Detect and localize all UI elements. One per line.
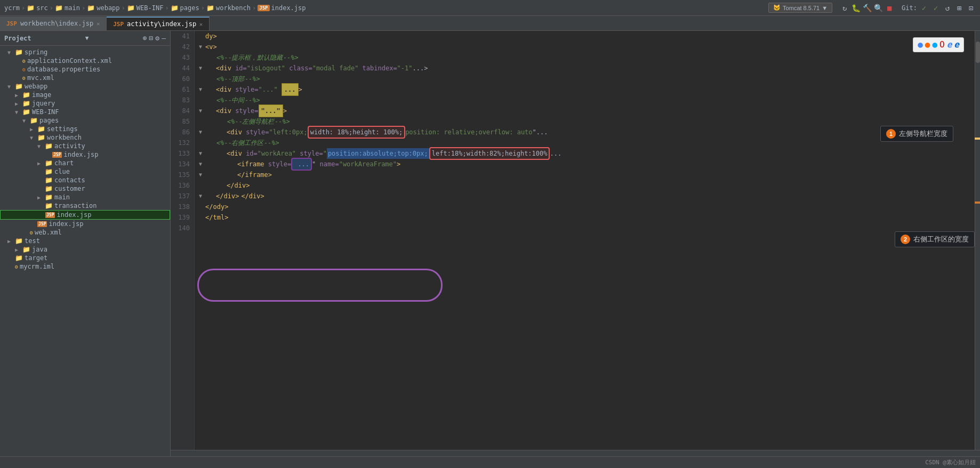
- right-scrollbar[interactable]: [975, 31, 980, 450]
- sidebar-dropdown-icon[interactable]: ▼: [85, 35, 89, 42]
- fold-134[interactable]: ▼: [199, 159, 205, 170]
- scrollbar-thumb[interactable]: [976, 42, 980, 63]
- tree-item-activity[interactable]: ▼ 📁 activity: [0, 142, 170, 150]
- ln-134: 134: [175, 159, 190, 170]
- tree-item-transaction[interactable]: 📁 transaction: [0, 201, 170, 210]
- git-expand-icon[interactable]: ⊡: [966, 3, 976, 13]
- opera-icon[interactable]: O: [939, 39, 945, 50]
- breadcrumb-src[interactable]: src: [36, 4, 48, 12]
- tree-item-webapp[interactable]: ▼ 📁 webapp: [0, 82, 170, 91]
- annotation-workarea-width: 2 右侧工作区的宽度: [895, 231, 975, 247]
- fold-137[interactable]: ▼: [199, 191, 205, 201]
- fold-86[interactable]: ▼: [199, 127, 205, 138]
- code-editor[interactable]: 41 42 43 44 60 61 83 84 85 86 132 133 13…: [171, 31, 980, 450]
- breadcrumb-pages-icon: 📁: [171, 4, 179, 12]
- tree-item-main[interactable]: ▶ 📁 main: [0, 193, 170, 201]
- tree-item-clue[interactable]: 📁 clue: [0, 167, 170, 176]
- fold-61[interactable]: ▼: [199, 84, 205, 95]
- tabs-bar: JSP workbench\index.jsp ✕ JSP activity\i…: [0, 16, 980, 31]
- code-83-text: <%--中间--%>: [216, 95, 260, 106]
- sidebar-title: Project: [4, 35, 31, 42]
- fold-135[interactable]: ▼: [199, 170, 205, 180]
- edge2-icon[interactable]: e: [954, 39, 959, 50]
- git-push-icon[interactable]: ⊞: [954, 3, 964, 13]
- tree-icon-dbprops: ⚙: [22, 67, 26, 72]
- tree-item-dbprops[interactable]: ⚙ database.properties: [0, 65, 170, 74]
- tree-item-mvc[interactable]: ⚙ mvc.xml: [0, 74, 170, 82]
- tree-item-appcontext[interactable]: ⚙ applicationContext.xml: [0, 57, 170, 65]
- ln-44: 44: [175, 63, 190, 74]
- tab-workbench[interactable]: JSP workbench\index.jsp ✕: [0, 17, 107, 30]
- tree-item-webxml[interactable]: ⚙ web.xml: [0, 228, 170, 237]
- tree-arrow-activity: ▼: [37, 143, 45, 149]
- refresh-icon[interactable]: ↻: [840, 3, 849, 13]
- tree-item-spring[interactable]: ▼ 📁 spring: [0, 48, 170, 57]
- fold-42[interactable]: ▼: [199, 42, 205, 52]
- breadcrumb-ycrm[interactable]: ycrm: [4, 4, 20, 12]
- horizontal-scrollbar[interactable]: [171, 450, 980, 456]
- tree-label-pages: pages: [39, 117, 59, 124]
- git-check2-icon[interactable]: ✓: [931, 3, 941, 13]
- breadcrumb-main[interactable]: main: [65, 4, 80, 12]
- tree-item-contacts[interactable]: 📁 contacts: [0, 176, 170, 184]
- tab-workbench-close[interactable]: ✕: [97, 21, 100, 27]
- fold-84[interactable]: ▼: [199, 106, 205, 116]
- ie-icon[interactable]: e: [947, 39, 952, 50]
- fold-138: [199, 201, 205, 212]
- tree-folder-test-icon: 📁: [15, 237, 23, 245]
- tree-item-test[interactable]: ▶ 📁 test: [0, 237, 170, 245]
- tree-icon-mycrmxml: ⚙: [15, 264, 18, 270]
- code-line-137: ▼ </div> </div>: [199, 191, 970, 201]
- code-line-132: <%--右侧工作区--%>: [199, 138, 970, 148]
- tree-item-java[interactable]: ▶ 📁 java: [0, 245, 170, 254]
- tree-item-webinf[interactable]: ▼ 📁 WEB-INF: [0, 108, 170, 116]
- tab-activity[interactable]: JSP activity\index.jsp ✕: [107, 17, 210, 30]
- ln-83: 83: [175, 95, 190, 106]
- ln-41: 41: [175, 31, 190, 42]
- ln-136: 136: [175, 180, 190, 191]
- firefox-icon[interactable]: ●: [925, 39, 930, 50]
- breadcrumb-file[interactable]: index.jsp: [271, 4, 306, 12]
- tree-folder-contacts-icon: 📁: [45, 176, 53, 184]
- tree-item-pages-index[interactable]: JSP index.jsp: [0, 220, 170, 228]
- annotation-nav-width: 1 左侧导航栏宽度: [880, 126, 953, 142]
- tab-activity-close[interactable]: ✕: [199, 21, 203, 27]
- chrome-icon[interactable]: ●: [918, 39, 923, 50]
- bug-icon[interactable]: 🐛: [851, 3, 861, 13]
- tree-item-settings[interactable]: ▶ 📁 settings: [0, 125, 170, 133]
- fold-43: [199, 52, 205, 63]
- tree-item-mycrmxml[interactable]: ⚙ mycrm.iml: [0, 262, 170, 271]
- tree-item-image[interactable]: ▶ 📁 image: [0, 91, 170, 99]
- breadcrumb-webinf[interactable]: WEB-INF: [136, 4, 164, 12]
- edge-icon[interactable]: ●: [932, 39, 937, 50]
- tree-item-target[interactable]: 📁 target: [0, 254, 170, 262]
- breadcrumb-webapp[interactable]: webapp: [97, 4, 119, 12]
- tree-item-pages[interactable]: ▼ 📁 pages: [0, 116, 170, 125]
- fold-44[interactable]: ▼: [199, 63, 205, 74]
- tree-label-contacts: contacts: [54, 176, 85, 184]
- sidebar-gear-icon[interactable]: ⚙: [155, 34, 159, 42]
- stop-icon[interactable]: ■: [885, 3, 894, 13]
- tree-item-chart[interactable]: ▶ 📁 chart: [0, 159, 170, 167]
- breadcrumb-workbench[interactable]: workbench: [216, 4, 251, 12]
- tree-item-activity-index[interactable]: JSP index.jsp: [0, 150, 170, 159]
- git-undo-icon[interactable]: ↺: [943, 3, 952, 13]
- tab-workbench-label: workbench\index.jsp: [20, 20, 93, 27]
- search-icon[interactable]: 🔍: [873, 3, 883, 13]
- tomcat-button[interactable]: 🐱 Tomcat 8.5.71 ▼: [768, 3, 832, 13]
- breadcrumb-pages[interactable]: pages: [180, 4, 199, 12]
- tree-item-workbench-index[interactable]: JSP index.jsp: [0, 210, 170, 220]
- sidebar-close-icon[interactable]: —: [162, 34, 166, 42]
- sidebar-collapse-icon[interactable]: ⊟: [149, 34, 154, 42]
- tree-item-jquery[interactable]: ▶ 📁 jquery: [0, 99, 170, 108]
- tree-item-workbench[interactable]: ▼ 📁 workbench: [0, 133, 170, 142]
- build-icon[interactable]: 🔨: [862, 3, 872, 13]
- breadcrumb-webapp-icon: 📁: [87, 4, 95, 12]
- sidebar-settings-icon[interactable]: ⊕: [143, 34, 147, 42]
- fold-133[interactable]: ▼: [199, 148, 205, 159]
- tree-item-customer[interactable]: 📁 customer: [0, 184, 170, 193]
- ln-137: 137: [175, 191, 190, 201]
- tree-folder-customer-icon: 📁: [45, 185, 53, 192]
- tree-jsp-icon-pages-index: JSP: [37, 221, 47, 227]
- git-check-icon[interactable]: ✓: [919, 3, 929, 13]
